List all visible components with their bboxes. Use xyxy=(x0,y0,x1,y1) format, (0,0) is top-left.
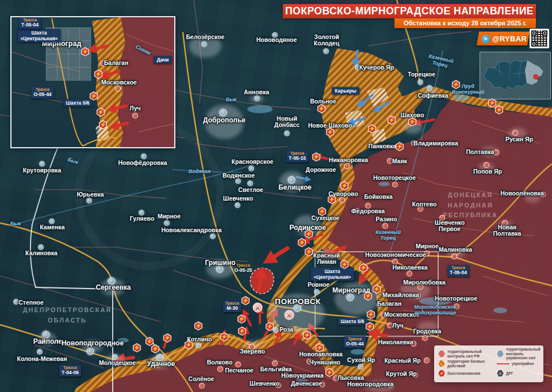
secondary-road xyxy=(0,276,161,322)
settlement-marker xyxy=(384,224,388,228)
legend-label: территория боевых действий xyxy=(447,359,494,368)
settlement-marker xyxy=(453,255,457,259)
settlement-marker xyxy=(218,367,223,371)
lake xyxy=(117,338,129,343)
settlement-marker xyxy=(39,245,43,249)
settlement-marker xyxy=(285,132,289,136)
settlement-footprint xyxy=(278,118,294,128)
settlement-marker xyxy=(87,348,93,354)
settlement-marker xyxy=(109,278,114,284)
settlement-marker xyxy=(87,199,91,203)
settlement-footprint xyxy=(524,193,540,203)
area-of-interest-dot xyxy=(533,74,538,79)
settlement-marker xyxy=(273,33,277,37)
settlement-marker xyxy=(165,221,169,225)
settlement-footprint xyxy=(269,294,324,333)
settlement-marker xyxy=(541,193,545,197)
legend-label: ДРГ xyxy=(506,371,513,376)
fortification-line-icon xyxy=(497,363,509,364)
settlement-marker xyxy=(345,164,349,168)
lake xyxy=(351,349,365,355)
secondary-road xyxy=(195,144,288,149)
secondary-road xyxy=(247,190,322,198)
combat-legend-icon xyxy=(438,360,445,367)
settlement-marker xyxy=(284,374,288,378)
settlement-marker xyxy=(425,359,429,363)
settlement-marker xyxy=(211,235,215,239)
settlement-marker xyxy=(248,182,252,186)
settlement-footprint xyxy=(508,128,527,139)
settlement-marker xyxy=(308,360,312,364)
settlement-marker xyxy=(197,344,201,348)
qr-code xyxy=(530,29,549,48)
telegram-icon: ➤ xyxy=(482,34,490,43)
settlement-marker xyxy=(142,155,146,159)
settlement-marker xyxy=(277,383,281,387)
settlement-marker xyxy=(14,300,18,304)
inset-map-mirnograd[interactable]: МирноградБалаганМосковскоеЛучШахта «Цент… xyxy=(10,16,175,148)
legend-item: укрепрайон xyxy=(497,359,542,368)
settlement-marker xyxy=(315,290,319,294)
lake xyxy=(296,378,308,383)
settlement-marker xyxy=(412,342,416,346)
settlement-marker xyxy=(389,383,393,387)
settlement-marker xyxy=(133,114,137,118)
settlement-marker xyxy=(412,141,416,145)
settlement-marker xyxy=(388,159,392,163)
settlement-marker xyxy=(220,110,226,116)
drg-legend-icon: ⚔ xyxy=(497,370,504,377)
settlement-marker xyxy=(273,362,277,366)
settlement-footprint xyxy=(189,34,221,57)
legend-item: территория боевых действий xyxy=(438,359,494,368)
settlement-marker xyxy=(388,324,392,328)
settlement-marker xyxy=(425,252,429,256)
settlement-footprint xyxy=(335,283,378,315)
main-road xyxy=(183,32,297,309)
settlement-marker xyxy=(485,163,489,167)
settlement-marker xyxy=(377,303,381,307)
settlement-marker xyxy=(289,177,294,183)
rybar-brand-badge[interactable]: ➤ @RYBAR xyxy=(477,32,530,45)
settlement-marker xyxy=(428,86,432,90)
settlement-marker xyxy=(236,203,240,207)
settlement-marker xyxy=(419,80,423,84)
settlement-marker xyxy=(116,87,120,91)
legend-item: ⚡боестолкновения xyxy=(438,368,494,378)
map-canvas[interactable]: ДНЕПРОПЕТРОВСКАЯ ОБЛАСТЬДОНЕЦКАЯ НАРОДНА… xyxy=(0,0,552,392)
settlement-marker xyxy=(393,260,397,264)
settlement-marker xyxy=(236,363,240,367)
lake xyxy=(493,308,507,313)
settlement-marker xyxy=(413,373,417,377)
settlement-marker xyxy=(513,131,518,135)
legend-label: боестолкновения xyxy=(447,371,480,376)
lake xyxy=(453,94,469,101)
settlement-marker xyxy=(157,355,163,360)
settlement-marker xyxy=(494,151,499,155)
settlement-marker xyxy=(440,216,444,220)
settlement-marker xyxy=(294,305,300,311)
settlement-footprint xyxy=(316,249,337,264)
settlement-marker xyxy=(340,198,344,202)
settlement-marker xyxy=(101,62,105,66)
ua-legend-icon xyxy=(497,351,504,358)
settlement-marker xyxy=(419,207,423,211)
rf-attack-arrow xyxy=(373,333,386,336)
settlement-footprint xyxy=(400,281,430,299)
rf-attack-arrow xyxy=(269,248,288,260)
settlement-marker xyxy=(255,97,259,101)
settlement-marker xyxy=(416,294,420,298)
settlement-marker xyxy=(274,328,278,332)
legend-label: территориальный контроль сил РФ xyxy=(447,349,494,358)
settlement-marker xyxy=(334,376,338,381)
map-title: ПОКРОВСКО-МИРНОГРАДСКОЕ НАПРАВЛЕНИЕ xyxy=(283,4,536,18)
urban-fight-icon: ⚔ xyxy=(253,303,263,313)
lake xyxy=(378,182,390,186)
settlement-marker xyxy=(40,162,44,166)
settlement-marker xyxy=(408,272,412,276)
settlement-marker xyxy=(250,345,254,349)
settlement-marker xyxy=(324,49,328,53)
settlement-marker xyxy=(250,167,254,171)
legend-item: территориальный контроль украинских сил xyxy=(497,349,542,359)
settlement-marker xyxy=(393,183,397,187)
ukraine-minimap xyxy=(480,52,551,99)
